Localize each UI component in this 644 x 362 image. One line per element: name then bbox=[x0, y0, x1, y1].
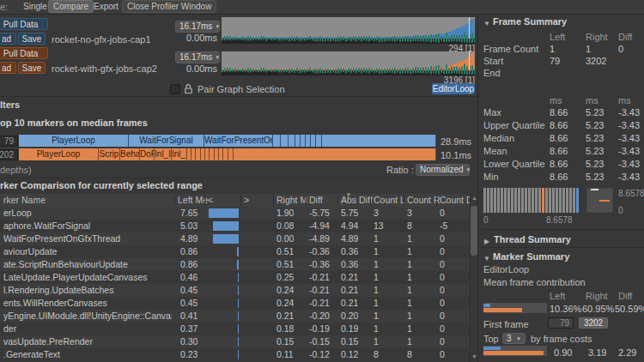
stat-value: -3.43 bbox=[618, 146, 640, 157]
column-separator[interactable] bbox=[404, 195, 404, 206]
marker-segment[interactable]: Inl_I bbox=[172, 148, 187, 160]
scrollbar-thumb[interactable] bbox=[471, 206, 477, 256]
frame-graph-left[interactable] bbox=[222, 17, 475, 44]
selected-marker-tag[interactable]: EditorLoop bbox=[432, 83, 475, 94]
table-row[interactable]: der0.370.18-0.190.19110 bbox=[0, 323, 470, 335]
close-profiler-window-button[interactable]: Close Profiler Window bbox=[122, 0, 216, 13]
column-separator[interactable] bbox=[436, 195, 437, 206]
table-row[interactable]: aphore.WaitForSignal5.030.08-4.944.94138… bbox=[0, 220, 470, 232]
filters-header[interactable]: lters bbox=[0, 100, 20, 111]
col-count-right[interactable]: Count R bbox=[407, 195, 440, 206]
ratio-dropdown[interactable]: Normalized ▼ bbox=[416, 164, 470, 176]
table-row[interactable]: yEngine.UIModule.dll!UnityEngine::Canvas… bbox=[0, 310, 470, 323]
col-left-median[interactable]: Left Me bbox=[178, 195, 208, 206]
stat-value: 5.23 bbox=[586, 146, 604, 157]
interval-dropdown-left[interactable]: 16.17ms ▼ bbox=[175, 21, 220, 33]
marker-segment[interactable]: PlayerLoop bbox=[19, 135, 129, 147]
table-cell: 0.11 bbox=[276, 349, 294, 360]
pair-graph-checkbox[interactable] bbox=[170, 84, 180, 94]
lock-icon[interactable] bbox=[184, 83, 193, 94]
col-left-bar[interactable]: < bbox=[208, 195, 213, 206]
marker-segment[interactable] bbox=[234, 148, 436, 160]
table-cell: 0.86 bbox=[180, 246, 197, 257]
save-button-left[interactable]: Save bbox=[18, 33, 46, 45]
table-cell: 8 bbox=[407, 220, 412, 232]
marker-segment[interactable] bbox=[289, 135, 295, 147]
stat-label: Lower Quartile bbox=[483, 159, 545, 170]
column-separator[interactable] bbox=[306, 195, 307, 206]
top-n-dropdown[interactable]: 3 ▼ bbox=[502, 333, 526, 344]
marker-segment[interactable] bbox=[281, 135, 289, 147]
table-cell: 1 bbox=[374, 285, 379, 296]
marker-segment[interactable]: Inl_I bbox=[155, 148, 172, 160]
single-tab[interactable]: Single bbox=[19, 1, 52, 12]
load-button-left[interactable]: ad bbox=[0, 33, 16, 45]
marker-segment[interactable]: PlayerLoop bbox=[19, 148, 99, 160]
stat-value: -3.43 bbox=[618, 172, 640, 183]
scroll-down-icon[interactable]: ▼ bbox=[471, 353, 477, 359]
left-diff-bar bbox=[238, 337, 239, 347]
table-row[interactable]: aviourUpdate0.860.51-0.360.36110 bbox=[0, 245, 470, 258]
unit-label: ms bbox=[550, 95, 562, 106]
marker-segment[interactable]: DoF bbox=[140, 148, 155, 160]
table-cell: 0.41 bbox=[180, 311, 197, 322]
marker-segment[interactable] bbox=[273, 135, 281, 147]
marker-segment[interactable]: Scrip bbox=[99, 148, 120, 160]
table-row[interactable]: l.Rendering.UpdateBatches0.450.24-0.210.… bbox=[0, 284, 470, 297]
column-separator[interactable] bbox=[204, 195, 205, 206]
table-cell: 0.24 bbox=[276, 298, 294, 309]
foldout-open-icon[interactable]: ▼ bbox=[483, 253, 490, 264]
pull-data-button-right[interactable]: Pull Data bbox=[0, 47, 48, 59]
pull-data-button-left[interactable]: Pull Data bbox=[0, 18, 48, 30]
col-marker-name[interactable]: rker Name bbox=[3, 195, 46, 206]
table-row[interactable]: LateUpdate.PlayerUpdateCanvases0.460.25-… bbox=[0, 271, 470, 284]
table-row[interactable]: erLoop7.651.90-5.755.75330 bbox=[0, 207, 470, 220]
first-frame-right-button[interactable]: 3202 bbox=[579, 317, 608, 329]
frame-graph-right[interactable] bbox=[222, 51, 475, 75]
table-cell: 1 bbox=[374, 336, 379, 347]
foldout-open-icon[interactable]: ▼ bbox=[483, 18, 490, 29]
table-row[interactable]: ents.WillRenderCanvases0.450.24-0.210.21… bbox=[0, 297, 470, 310]
interval-dropdown-right[interactable]: 16.17ms ▼ bbox=[175, 51, 220, 63]
table-row[interactable]: .GenerateText0.230.11-0.120.12880 bbox=[0, 348, 470, 361]
table-cell: 0.45 bbox=[180, 298, 197, 309]
load-button-right[interactable]: ad bbox=[0, 62, 16, 74]
compare-tab[interactable]: Compare bbox=[48, 0, 94, 13]
left-diff-bar bbox=[237, 247, 239, 256]
marker-segment[interactable]: Beha bbox=[120, 148, 140, 160]
thread-summary-title[interactable]: Thread Summary bbox=[494, 234, 571, 245]
column-header: Diff bbox=[618, 32, 632, 43]
marker-segment[interactable] bbox=[322, 135, 436, 147]
col-count-left[interactable]: Count L bbox=[374, 195, 405, 206]
table-row[interactable]: vasUpdate.PreRender0.300.15-0.150.15110 bbox=[0, 335, 470, 348]
column-header: Left bbox=[550, 32, 565, 43]
column-separator[interactable] bbox=[337, 195, 338, 206]
foldout-closed-icon[interactable]: ▶ bbox=[484, 236, 489, 247]
save-button-right[interactable]: Save bbox=[18, 62, 46, 74]
table-cell: 0.21 bbox=[341, 285, 358, 296]
table-cell: WaitForPresentOnGfxThread bbox=[3, 233, 172, 244]
marker-segment[interactable]: WaitForSignal bbox=[129, 135, 204, 147]
table-cell: 1 bbox=[407, 336, 412, 347]
table-row[interactable]: WaitForPresentOnGfxThread4.890.00-4.894.… bbox=[0, 232, 470, 245]
first-frame-left-button[interactable]: 79 bbox=[548, 317, 574, 329]
scroll-up-icon[interactable]: ▲ bbox=[471, 195, 477, 201]
export-button[interactable]: Export bbox=[89, 1, 123, 12]
col-right-median[interactable]: Right M bbox=[276, 195, 307, 206]
col-diff[interactable]: Diff bbox=[309, 195, 323, 206]
table-cell: 13 bbox=[374, 220, 384, 232]
marker-segment[interactable]: WaitForPresentOnG bbox=[204, 135, 273, 147]
top10-bar-right: PlayerLoopScripBehaDoFInl_IInl_I bbox=[19, 148, 436, 160]
table-row[interactable]: ate.ScriptRunBehaviourUpdate0.860.51-0.3… bbox=[0, 258, 470, 271]
table-cell: 0.23 bbox=[180, 349, 197, 360]
column-separator[interactable] bbox=[174, 195, 175, 206]
table-header[interactable]: rker Name Left Me < > Right M Diff Abs D… bbox=[0, 194, 470, 208]
marker-segment[interactable] bbox=[316, 135, 322, 147]
col-right-bar[interactable]: > bbox=[244, 195, 249, 206]
col-count-diff[interactable]: Count D bbox=[440, 195, 473, 206]
stat-value: 8.66 bbox=[550, 133, 568, 144]
table-cell: .GenerateText bbox=[3, 349, 172, 360]
column-separator[interactable] bbox=[240, 195, 241, 206]
column-separator[interactable] bbox=[273, 195, 274, 206]
column-separator[interactable] bbox=[370, 195, 371, 206]
